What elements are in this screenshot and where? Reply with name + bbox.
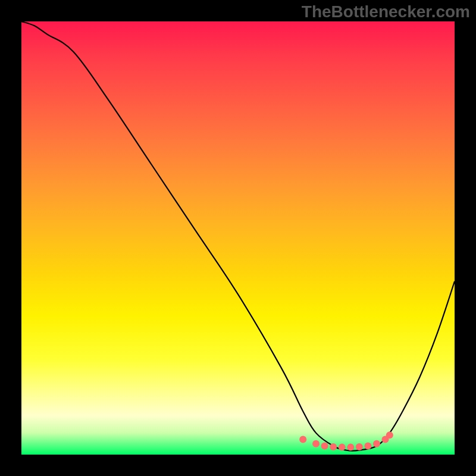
marker-dot — [382, 436, 389, 443]
marker-dot — [386, 431, 393, 439]
chart-plot-area — [21, 21, 455, 455]
watermark-text: TheBottlenecker.com — [302, 2, 470, 21]
marker-dot — [339, 444, 346, 451]
marker-dot — [312, 440, 320, 447]
marker-dot — [347, 444, 354, 451]
marker-dot — [356, 443, 363, 450]
marker-dot — [321, 442, 328, 449]
marker-dot — [364, 442, 371, 449]
bottleneck-curve-line — [21, 21, 455, 451]
marker-dot — [299, 436, 306, 443]
marker-dot — [330, 443, 337, 450]
marker-dots — [299, 431, 393, 450]
chart-svg — [21, 21, 455, 455]
marker-dot — [373, 440, 380, 447]
